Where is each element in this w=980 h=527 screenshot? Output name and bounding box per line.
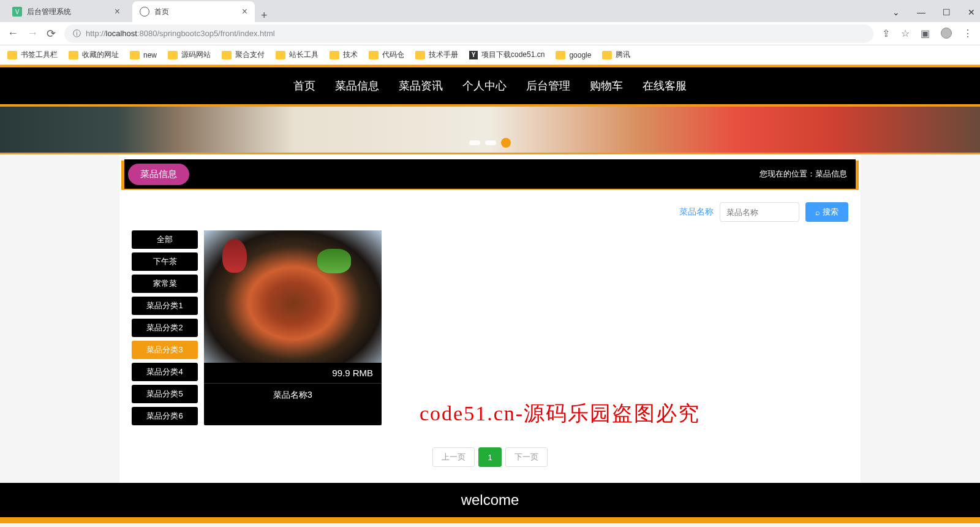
nav-personal[interactable]: 个人中心 [462, 78, 507, 93]
nav-dish-news[interactable]: 菜品资讯 [399, 78, 443, 93]
product-price: 99.9 RMB [204, 363, 382, 383]
folder-icon [330, 51, 339, 59]
window-controls: ⌄ ― ☐ ✕ [892, 7, 980, 22]
bookmark[interactable]: 技术手册 [415, 50, 458, 60]
folder-icon [556, 51, 565, 59]
profile-icon[interactable] [941, 28, 952, 39]
folder-icon [222, 51, 232, 59]
search-button[interactable]: ⌕ 搜索 [805, 202, 848, 222]
category-item[interactable]: 菜品分类4 [132, 363, 198, 381]
bookmark[interactable]: 腾讯 [602, 50, 630, 60]
bookmark-bar: 书签工具栏 收藏的网址 new 源码网站 聚合支付 站长工具 技术 代码仓 技术… [0, 45, 980, 65]
folder-icon [7, 51, 17, 59]
breadcrumb: 菜品信息 您现在的位置：菜品信息 [124, 159, 856, 189]
carousel-dots [469, 140, 511, 148]
pagination: 上一页 1 下一页 [119, 438, 861, 483]
bookmark[interactable]: 书签工具栏 [7, 50, 58, 60]
folder-icon [602, 51, 612, 59]
product-name: 菜品名称3 [204, 383, 382, 407]
category-item[interactable]: 菜品分类6 [132, 407, 198, 425]
category-sidebar: 全部 下午茶 家常菜 菜品分类1 菜品分类2 菜品分类3 菜品分类4 菜品分类5… [132, 230, 198, 425]
bookmark[interactable]: 收藏的网址 [69, 50, 119, 60]
tab-title: 后台管理系统 [27, 7, 71, 17]
folder-icon [276, 51, 285, 59]
breadcrumb-pill: 菜品信息 [128, 164, 189, 185]
bookmark[interactable]: Y项目下载code51.cn [469, 50, 545, 60]
content-area: 菜品信息 您现在的位置：菜品信息 菜品名称 ⌕ 搜索 全部 下午茶 家常菜 菜品… [119, 154, 861, 483]
back-icon[interactable]: ← [7, 27, 18, 40]
url-input[interactable]: ⓘ http://localhost:8080/springbootc3op5/… [64, 25, 873, 43]
close-icon[interactable]: × [242, 6, 247, 17]
nav-cart[interactable]: 购物车 [590, 78, 623, 93]
forward-icon: → [27, 27, 38, 40]
globe-icon [140, 7, 149, 17]
main-nav: 首页 菜品信息 菜品资讯 个人中心 后台管理 购物车 在线客服 [0, 67, 980, 104]
footer-divider [0, 517, 980, 523]
hero-banner [0, 107, 980, 154]
footer: welcome [0, 483, 980, 517]
share-icon[interactable]: ⇪ [882, 28, 890, 39]
bookmark[interactable]: 代码仓 [369, 50, 404, 60]
bookmark[interactable]: google [556, 51, 591, 59]
search-icon: ⌕ [815, 208, 820, 217]
minimize-icon[interactable]: ― [917, 7, 925, 17]
category-item[interactable]: 家常菜 [132, 275, 198, 293]
bookmark[interactable]: 源码网站 [168, 50, 211, 60]
category-all[interactable]: 全部 [132, 230, 198, 249]
close-window-icon[interactable]: ✕ [968, 7, 975, 17]
url-host: localhost [106, 29, 137, 38]
menu-icon[interactable]: ⋮ [963, 28, 973, 39]
search-label: 菜品名称 [679, 207, 714, 218]
reload-icon[interactable]: ⟳ [47, 27, 56, 40]
vue-icon: V [12, 7, 22, 17]
category-item-active[interactable]: 菜品分类3 [132, 341, 198, 359]
chevron-down-icon[interactable]: ⌄ [892, 7, 900, 17]
close-icon[interactable]: × [115, 6, 120, 17]
prev-page-button[interactable]: 上一页 [432, 447, 475, 467]
next-page-button[interactable]: 下一页 [505, 447, 548, 467]
browser-tab-2[interactable]: 首页 × [132, 1, 255, 22]
info-icon: ⓘ [73, 28, 81, 39]
url-prefix: http:// [86, 29, 106, 38]
page-number-current[interactable]: 1 [478, 447, 501, 467]
carousel-dot-active[interactable] [501, 138, 511, 148]
browser-tab-strip: V 后台管理系统 × 首页 × + ⌄ ― ☐ ✕ [0, 0, 980, 22]
category-item[interactable]: 菜品分类2 [132, 319, 198, 337]
folder-icon [130, 51, 140, 59]
folder-icon [369, 51, 379, 59]
category-item[interactable]: 下午茶 [132, 252, 198, 271]
nav-service[interactable]: 在线客服 [643, 78, 687, 93]
product-image [204, 230, 382, 363]
carousel-dot[interactable] [485, 140, 496, 145]
new-tab-button[interactable]: + [255, 9, 274, 22]
folder-icon [168, 51, 178, 59]
product-card[interactable]: 99.9 RMB 菜品名称3 [204, 230, 382, 425]
watermark-text: code51.cn-源码乐园盗图必究 [420, 400, 700, 428]
carousel-dot[interactable] [469, 140, 480, 145]
nav-home[interactable]: 首页 [293, 78, 315, 93]
folder-icon [69, 51, 78, 59]
search-input[interactable] [720, 202, 799, 222]
url-rest: :8080/springbootc3op5/front/index.html [137, 29, 275, 38]
breadcrumb-wrap: 菜品信息 您现在的位置：菜品信息 [124, 154, 856, 194]
browser-tab-1[interactable]: V 后台管理系统 × [5, 1, 127, 22]
tab-title: 首页 [154, 7, 169, 17]
star-icon[interactable]: ☆ [901, 28, 910, 39]
site-icon: Y [469, 51, 478, 59]
address-bar: ← → ⟳ ⓘ http://localhost:8080/springboot… [0, 22, 980, 45]
bookmark[interactable]: 技术 [330, 50, 358, 60]
breadcrumb-location: 您现在的位置：菜品信息 [760, 169, 847, 180]
bookmark[interactable]: 聚合支付 [222, 50, 265, 60]
maximize-icon[interactable]: ☐ [943, 7, 951, 17]
folder-icon [415, 51, 425, 59]
search-row: 菜品名称 ⌕ 搜索 [119, 194, 861, 230]
extension-icon[interactable]: ▣ [921, 28, 930, 39]
bookmark[interactable]: 站长工具 [276, 50, 318, 60]
category-item[interactable]: 菜品分类5 [132, 385, 198, 403]
nav-dish-info[interactable]: 菜品信息 [335, 78, 379, 93]
category-item[interactable]: 菜品分类1 [132, 297, 198, 315]
bookmark[interactable]: new [130, 51, 157, 59]
nav-admin[interactable]: 后台管理 [526, 78, 570, 93]
